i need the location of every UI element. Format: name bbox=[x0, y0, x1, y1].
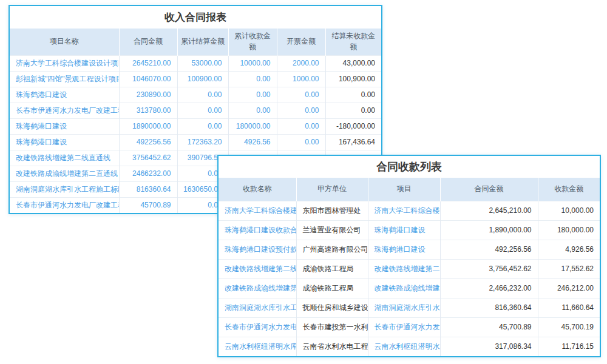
contract-amount-cell: 816360.64 bbox=[119, 181, 177, 197]
project-link[interactable]: 改建铁路线增建第二... bbox=[368, 259, 440, 278]
project-name-link[interactable]: 长春市伊通河水力发电厂改建工程 bbox=[10, 103, 119, 118]
contract-amount-cell: 2645210.00 bbox=[119, 55, 177, 71]
contract-amount-cell: 816,360.64 bbox=[440, 298, 538, 317]
party-a-cell: 云南省水利水电工程... bbox=[296, 337, 368, 356]
receipt-name-link[interactable]: 湖南洞庭湖水库引水工... bbox=[219, 298, 296, 317]
project-link[interactable]: 珠海鹤港口建设 bbox=[368, 220, 440, 240]
contract-amount-cell: 2,466,232.00 bbox=[440, 278, 538, 298]
receipt-name-link[interactable]: 济南大学工科综合楼建... bbox=[219, 201, 296, 220]
party-a-cell: 成渝铁路工程局 bbox=[296, 278, 368, 298]
project-name-link[interactable]: 济南大学工科综合楼建设设计项目 bbox=[10, 55, 119, 71]
page-background: 收入合同报表 项目名称 合同金额 累计结算金额 累计收款金额 开票金额 结算未收… bbox=[0, 0, 607, 364]
table-row: 珠海鹤港口建设 230890.00 0.00 0.00 0.00 0.00 bbox=[10, 87, 381, 103]
table-row: 彭祖新城"四馆"景观工程设计项目 1046070.00 100900.00 0.… bbox=[10, 71, 381, 87]
project-link[interactable]: 改建铁路成渝线增建... bbox=[368, 278, 440, 298]
receipt-name-link[interactable]: 改建铁路线增建第二线... bbox=[219, 259, 296, 278]
received-amount-cell: 246,212.00 bbox=[538, 278, 600, 298]
uncollected-amount-cell: 43,000.00 bbox=[325, 55, 381, 71]
contract-amount-cell: 3,756,452.62 bbox=[440, 259, 538, 278]
contract-amount-cell: 317,086.34 bbox=[440, 337, 538, 356]
project-name-link[interactable]: 珠海鹤港口建设 bbox=[10, 118, 119, 134]
collection-col-header-party-a: 甲方单位 bbox=[296, 178, 368, 201]
contract-amount-cell: 2,645,210.00 bbox=[440, 201, 538, 220]
uncollected-amount-cell: 0.00 bbox=[325, 103, 381, 118]
contract-collection-table: 收款名称 甲方单位 项目 合同金额 收款金额 济南大学工科综合楼建... 东阳市… bbox=[219, 178, 600, 356]
uncollected-amount-cell: 0.00 bbox=[325, 87, 381, 103]
contract-amount-cell: 230890.00 bbox=[119, 87, 177, 103]
table-row: 改建铁路线增建第二线... 成渝铁路工程局 改建铁路线增建第二... 3,756… bbox=[219, 259, 600, 278]
uncollected-amount-cell: 100,900.00 bbox=[325, 71, 381, 87]
settled-amount-cell: 53000.00 bbox=[177, 55, 228, 71]
table-row: 长春市伊通河水力发电... 长春市建投第一水利... 长春市伊通河水力发... … bbox=[219, 317, 600, 337]
collection-col-header-received-amount: 收款金额 bbox=[538, 178, 600, 201]
report-col-header-uncollected-amount: 结算未收款金额 bbox=[325, 29, 381, 55]
uncollected-amount-cell: -180,000.00 bbox=[325, 118, 381, 134]
received-amount-cell: 45,700.19 bbox=[538, 317, 600, 337]
project-link[interactable]: 云南水利枢纽潜明水... bbox=[368, 337, 440, 356]
settled-amount-cell: 0.00 bbox=[177, 103, 228, 118]
table-row: 珠海鹤港口建设预付款 广州高速路有限公司 珠海鹤港口建设 492,256.56 … bbox=[219, 240, 600, 259]
project-name-link[interactable]: 长春市伊通河水力发电厂改建工程 bbox=[10, 197, 119, 213]
collection-header-row: 收款名称 甲方单位 项目 合同金额 收款金额 bbox=[219, 178, 600, 201]
settled-amount-cell: 0.00 bbox=[177, 87, 228, 103]
table-row: 济南大学工科综合楼建设设计项目 2645210.00 53000.00 1000… bbox=[10, 55, 381, 71]
contract-amount-cell: 492256.56 bbox=[119, 134, 177, 150]
table-row: 云南水利枢纽潜明水库... 云南省水利水电工程... 云南水利枢纽潜明水... … bbox=[219, 337, 600, 356]
project-name-link[interactable]: 改建铁路线增建第二线直通线 bbox=[10, 150, 119, 166]
invoiced-amount-cell: 0.00 bbox=[277, 118, 325, 134]
contract-amount-cell: 3756452.62 bbox=[119, 150, 177, 166]
receipt-name-link[interactable]: 珠海鹤港口建设预付款 bbox=[219, 240, 296, 259]
settled-amount-cell: 100900.00 bbox=[177, 71, 228, 87]
project-name-link[interactable]: 彭祖新城"四馆"景观工程设计项目 bbox=[10, 71, 119, 87]
table-row: 珠海鹤港口建设 492256.56 172363.20 4926.56 0.00… bbox=[10, 134, 381, 150]
contract-amount-cell: 313780.00 bbox=[119, 103, 177, 118]
receipt-name-link[interactable]: 改建铁路成渝线增建第... bbox=[219, 278, 296, 298]
collected-amount-cell: 10000.00 bbox=[228, 55, 277, 71]
project-name-link[interactable]: 珠海鹤港口建设 bbox=[10, 134, 119, 150]
contract-amount-cell: 1046070.00 bbox=[119, 71, 177, 87]
received-amount-cell: 180,000.00 bbox=[538, 220, 600, 240]
project-link[interactable]: 长春市伊通河水力发... bbox=[368, 317, 440, 337]
party-a-cell: 长春市建投第一水利... bbox=[296, 317, 368, 337]
invoiced-amount-cell: 2000.00 bbox=[277, 55, 325, 71]
table-row: 湖南洞庭湖水库引水工... 抚顺住房和城乡建设局 湖南洞庭湖水库引水... 81… bbox=[219, 298, 600, 317]
uncollected-amount-cell: 167,436.64 bbox=[325, 134, 381, 150]
contract-amount-cell: 1,890,000.00 bbox=[440, 220, 538, 240]
table-row: 珠海鹤港口建设 1890000.00 0.00 180000.00 0.00 -… bbox=[10, 118, 381, 134]
received-amount-cell: 4,926.56 bbox=[538, 240, 600, 259]
table-row: 济南大学工科综合楼建... 东阳市园林管理处 济南大学工科综合楼... 2,64… bbox=[219, 201, 600, 220]
party-a-cell: 东阳市园林管理处 bbox=[296, 201, 368, 220]
collection-col-header-contract-amount: 合同金额 bbox=[440, 178, 538, 201]
contract-amount-cell: 2466232.00 bbox=[119, 166, 177, 181]
party-a-cell: 成渝铁路工程局 bbox=[296, 259, 368, 278]
project-name-link[interactable]: 改建铁路成渝线增建第二直通线 bbox=[10, 166, 119, 181]
collected-amount-cell: 0.00 bbox=[228, 87, 277, 103]
invoiced-amount-cell: 0.00 bbox=[277, 134, 325, 150]
receipt-name-link[interactable]: 云南水利枢纽潜明水库... bbox=[219, 337, 296, 356]
project-link[interactable]: 珠海鹤港口建设 bbox=[368, 240, 440, 259]
invoiced-amount-cell: 0.00 bbox=[277, 87, 325, 103]
table-row: 长春市伊通河水力发电厂改建工程 313780.00 0.00 0.00 0.00… bbox=[10, 103, 381, 118]
table-row: 珠海鹤港口建设收款合同 兰迪置业有限公司 珠海鹤港口建设 1,890,000.0… bbox=[219, 220, 600, 240]
received-amount-cell: 11,660.64 bbox=[538, 298, 600, 317]
party-a-cell: 抚顺住房和城乡建设局 bbox=[296, 298, 368, 317]
collected-amount-cell: 180000.00 bbox=[228, 118, 277, 134]
settled-amount-cell: 172363.20 bbox=[177, 134, 228, 150]
collected-amount-cell: 0.00 bbox=[228, 71, 277, 87]
report-panel-title: 收入合同报表 bbox=[10, 6, 381, 29]
project-link[interactable]: 济南大学工科综合楼... bbox=[368, 201, 440, 220]
contract-amount-cell: 45700.89 bbox=[119, 197, 177, 213]
contract-amount-cell: 45,700.89 bbox=[440, 317, 538, 337]
contract-amount-cell: 492,256.56 bbox=[440, 240, 538, 259]
receipt-name-link[interactable]: 珠海鹤港口建设收款合同 bbox=[219, 220, 296, 240]
collection-panel-title: 合同收款列表 bbox=[219, 156, 600, 178]
receipt-name-link[interactable]: 长春市伊通河水力发电... bbox=[219, 317, 296, 337]
report-col-header-project-name: 项目名称 bbox=[10, 29, 119, 55]
report-col-header-invoiced-amount: 开票金额 bbox=[277, 29, 325, 55]
party-a-cell: 广州高速路有限公司 bbox=[296, 240, 368, 259]
project-name-link[interactable]: 湖南洞庭湖水库引水工程施工标段 bbox=[10, 181, 119, 197]
contract-collection-list-panel: 合同收款列表 收款名称 甲方单位 项目 合同金额 收款金额 济南大学工科综合楼建… bbox=[217, 155, 601, 357]
project-name-link[interactable]: 珠海鹤港口建设 bbox=[10, 87, 119, 103]
project-link[interactable]: 湖南洞庭湖水库引水... bbox=[368, 298, 440, 317]
report-header-row: 项目名称 合同金额 累计结算金额 累计收款金额 开票金额 结算未收款金额 bbox=[10, 29, 381, 55]
